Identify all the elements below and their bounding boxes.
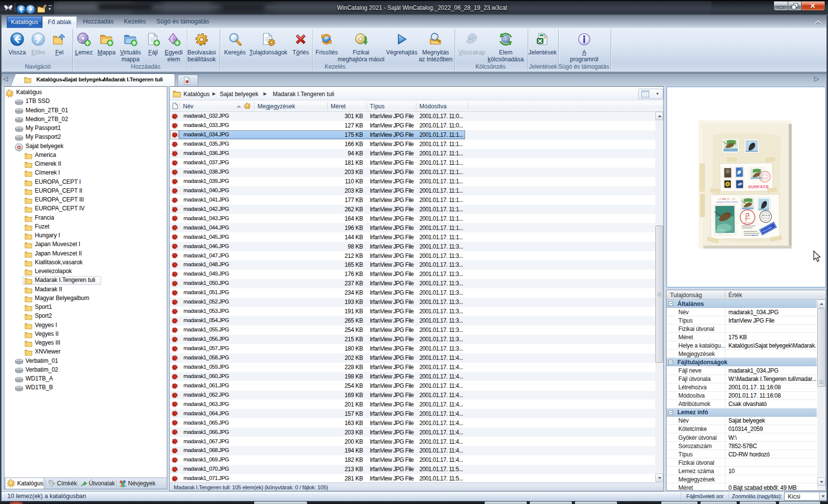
svg-text:OOJISHIGI 1975: OOJISHIGI 1975: [717, 233, 728, 235]
svg-text:東京央 50: 東京央 50: [762, 214, 770, 217]
svg-text:JAPANESE BIRDS SERIES: JAPANESE BIRDS SERIES: [716, 201, 738, 203]
svg-text:シギ･図鈬 19－１９: シギ･図鈬 19－１９: [717, 198, 735, 200]
svg-text:SURFACE: SURFACE: [748, 184, 769, 189]
svg-text:新宮 50.6.10: 新宮 50.6.10: [744, 222, 753, 224]
